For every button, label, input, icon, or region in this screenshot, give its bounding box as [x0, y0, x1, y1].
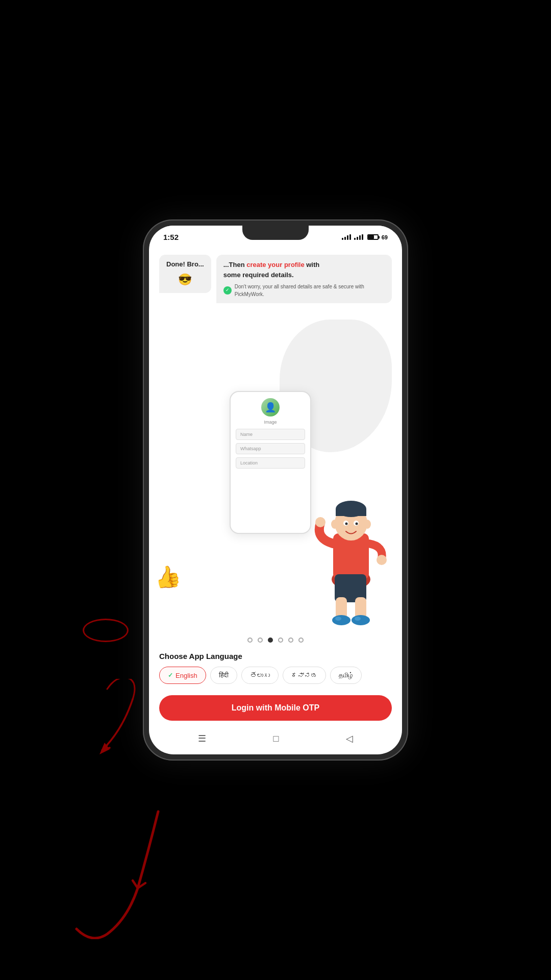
lang-hindi[interactable]: हिंदी: [210, 667, 237, 684]
svg-point-10: [364, 520, 371, 529]
bubble-highlight: create your profile: [246, 261, 304, 268]
phone-screen: 1:52: [149, 226, 402, 754]
illustration-area: 👤 Image Name Whatsapp Location 👍: [149, 309, 402, 630]
dot-5[interactable]: [288, 638, 293, 643]
lang-tamil[interactable]: தமிழ்: [330, 667, 362, 684]
lang-hindi-label: हिंदी: [219, 671, 229, 679]
svg-point-7: [345, 523, 348, 525]
lang-tamil-label: தமிழ்: [339, 671, 353, 679]
phone-device: 1:52: [143, 219, 408, 761]
lang-kannada-label: ಕನ್ನಡ: [291, 672, 317, 679]
dot-1[interactable]: [247, 638, 253, 643]
dot-6[interactable]: [298, 638, 304, 643]
battery-icon: [367, 234, 379, 240]
svg-point-12: [377, 555, 387, 565]
dot-3-active[interactable]: [268, 638, 273, 643]
status-icons: 69: [342, 234, 388, 240]
character-illustration: [305, 467, 397, 630]
dot-4[interactable]: [278, 638, 283, 643]
menu-icon[interactable]: ☰: [198, 733, 206, 744]
lang-telugu-label: తెలుగు: [250, 672, 270, 679]
language-section: Choose App Language ✓ English हिंदी తెలు…: [149, 652, 402, 691]
notch: [242, 226, 309, 240]
page-indicators: [149, 630, 402, 652]
bubble-right: ...Then create your profile with some re…: [216, 255, 392, 303]
language-chips: ✓ English हिंदी తెలుగు ಕನ್ನಡ தமிழ்: [159, 667, 392, 684]
svg-point-8: [356, 523, 358, 525]
login-otp-button[interactable]: Login with Mobile OTP: [159, 695, 392, 721]
mockup-location-field: Location: [236, 457, 305, 469]
mockup-image-label: Image: [236, 420, 305, 425]
secure-text: Don't worry, your all shared details are…: [235, 283, 385, 298]
svg-point-19: [355, 617, 361, 621]
svg-point-16: [332, 615, 350, 625]
svg-point-9: [331, 520, 338, 529]
bubble-right-intro: ...Then: [223, 261, 247, 268]
check-icon: ✓: [168, 672, 173, 679]
signal-icon: [342, 234, 363, 240]
battery-level: 69: [382, 234, 388, 240]
annotation-circle: [83, 619, 129, 642]
thumbs-up-illustration: 👍: [152, 562, 183, 592]
phone-mockup: 👤 Image Name Whatsapp Location: [230, 391, 311, 534]
mockup-name-field: Name: [236, 429, 305, 440]
external-arrow-annotation: [66, 786, 179, 939]
mockup-whatsapp-field: Whatsapp: [236, 443, 305, 454]
bubble-left: Done! Bro... 😎: [159, 255, 211, 293]
lang-telugu[interactable]: తెలుగు: [241, 667, 279, 684]
secure-note: ✓ Don't worry, your all shared details a…: [223, 283, 385, 298]
svg-point-11: [315, 517, 325, 527]
annotation-arrow: [51, 679, 153, 781]
svg-marker-20: [99, 743, 110, 754]
lang-english[interactable]: ✓ English: [159, 667, 206, 684]
bubbles-area: Done! Bro... 😎 ...Then create your profi…: [149, 246, 402, 309]
home-icon[interactable]: □: [273, 733, 279, 744]
main-content: Done! Bro... 😎 ...Then create your profi…: [149, 246, 402, 754]
svg-rect-4: [336, 509, 366, 516]
mockup-avatar: 👤: [261, 398, 280, 416]
shield-icon: ✓: [223, 286, 232, 295]
dot-2[interactable]: [258, 638, 263, 643]
lang-english-label: English: [176, 672, 197, 679]
language-title: Choose App Language: [159, 652, 392, 660]
back-icon[interactable]: ◁: [346, 733, 353, 744]
svg-point-17: [352, 615, 370, 625]
lang-kannada[interactable]: ಕನ್ನಡ: [283, 667, 326, 684]
status-time: 1:52: [163, 233, 179, 241]
bottom-navigation: ☰ □ ◁: [149, 728, 402, 754]
svg-point-18: [335, 617, 341, 621]
